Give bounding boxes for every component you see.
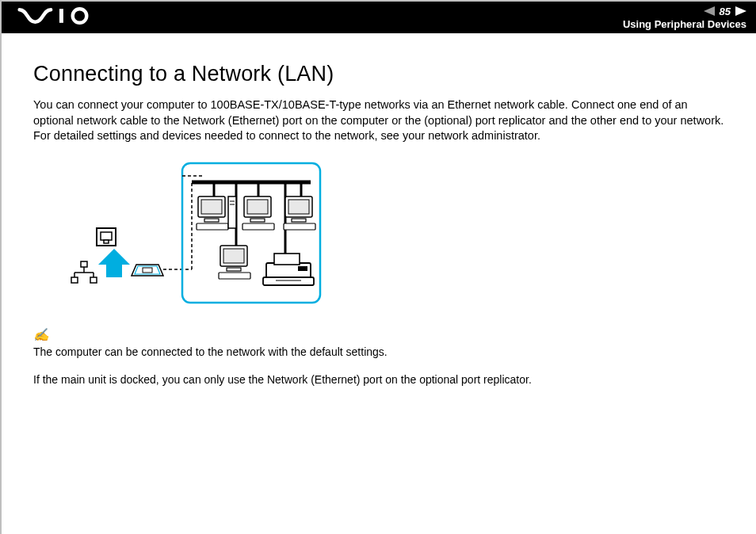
desktop-icon	[219, 246, 250, 279]
svg-rect-25	[204, 219, 219, 222]
next-page-icon[interactable]	[735, 6, 746, 16]
svg-rect-37	[219, 273, 250, 279]
svg-rect-36	[227, 268, 241, 271]
page-content: Connecting to a Network (LAN) You can co…	[2, 33, 756, 387]
prev-page-icon[interactable]	[704, 6, 715, 16]
svg-rect-24	[201, 200, 222, 214]
desktop-icon	[242, 196, 274, 230]
arrow-up-icon	[98, 249, 130, 277]
svg-rect-7	[81, 261, 87, 267]
svg-rect-45	[292, 219, 306, 222]
page-title: Connecting to a Network (LAN)	[33, 62, 724, 86]
network-icon	[71, 261, 97, 283]
svg-rect-5	[101, 232, 112, 240]
svg-rect-12	[71, 277, 78, 283]
svg-rect-26	[197, 223, 228, 230]
desktop-icon	[197, 196, 228, 230]
note-text: If the main unit is docked, you can only…	[33, 372, 724, 387]
svg-marker-2	[704, 6, 715, 16]
laptop-icon	[132, 265, 163, 276]
vaio-logo	[14, 7, 101, 28]
svg-rect-41	[298, 266, 307, 271]
svg-point-1	[73, 9, 87, 23]
note-icon: ✍	[33, 326, 49, 344]
svg-marker-3	[735, 6, 746, 16]
intro-paragraph: You can connect your computer to 100BASE…	[33, 97, 724, 144]
svg-rect-40	[263, 277, 314, 285]
note-text: The computer can be connected to the net…	[33, 345, 724, 360]
svg-rect-35	[223, 249, 244, 263]
svg-rect-39	[274, 254, 300, 265]
svg-rect-31	[247, 200, 268, 214]
page-number: 85	[720, 6, 731, 17]
svg-rect-32	[250, 219, 265, 222]
tower-icon	[228, 196, 236, 228]
svg-rect-33	[242, 223, 274, 230]
svg-marker-14	[98, 249, 130, 277]
svg-rect-44	[288, 200, 309, 214]
lan-diagram	[55, 158, 724, 312]
desktop-icon	[284, 196, 315, 230]
section-label: Using Peripheral Devices	[623, 18, 746, 30]
page-header: 85 Using Peripheral Devices	[2, 2, 756, 33]
svg-rect-13	[90, 277, 97, 283]
svg-rect-46	[284, 223, 315, 230]
page-navigator: 85	[623, 6, 746, 17]
ethernet-port-icon	[97, 228, 116, 246]
svg-rect-6	[104, 240, 109, 243]
printer-icon	[263, 254, 314, 285]
notes-block: ✍ The computer can be connected to the n…	[33, 326, 724, 387]
